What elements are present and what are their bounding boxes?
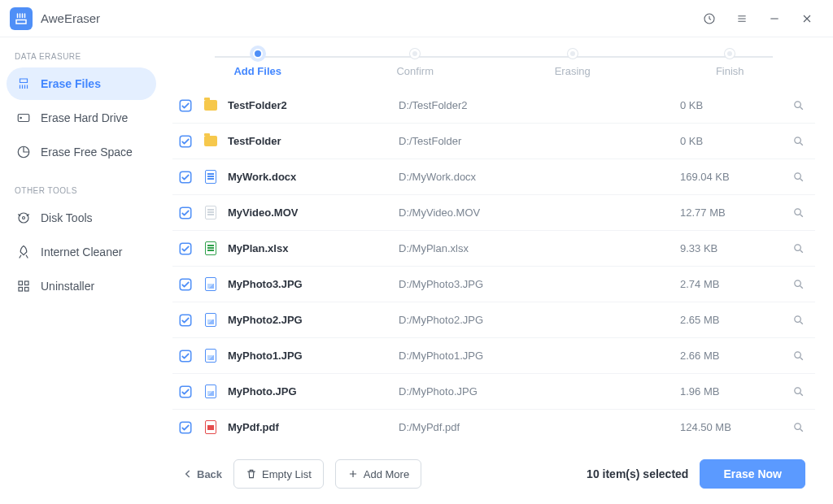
file-path: D:/MyPhoto3.JPG (399, 278, 672, 290)
preview-button[interactable] (786, 171, 810, 183)
svg-point-15 (794, 173, 800, 180)
svg-point-13 (794, 137, 800, 144)
step-finish: Finish (652, 49, 809, 77)
pie-icon (16, 145, 31, 159)
file-row: MyPlan.xlsxD:/MyPlan.xlsx9.33 KB (172, 231, 815, 267)
step-dot-icon (253, 49, 263, 59)
file-size: 1.96 MB (680, 385, 778, 398)
app-logo-icon (10, 7, 33, 30)
svg-point-2 (20, 117, 22, 119)
file-name: MyWork.docx (228, 171, 390, 183)
preview-button[interactable] (786, 421, 810, 433)
file-icon (202, 349, 220, 363)
file-checkbox[interactable] (177, 312, 194, 328)
rocket-icon (16, 245, 31, 259)
footer-bar: Back Empty List Add More 10 item(s) sele… (163, 444, 825, 504)
file-icon (202, 277, 220, 291)
file-checkbox[interactable] (177, 384, 194, 400)
file-row: MyPhoto1.JPGD:/MyPhoto1.JPG2.66 MB (172, 338, 815, 374)
file-row: TestFolder2D:/TestFolder20 KB (172, 88, 815, 124)
preview-button[interactable] (786, 314, 810, 326)
file-checkbox[interactable] (177, 169, 194, 185)
close-button[interactable] (791, 2, 823, 35)
preview-button[interactable] (786, 135, 810, 147)
file-size: 9.33 KB (680, 242, 778, 254)
file-path: D:/MyPhoto1.JPG (399, 350, 672, 362)
step-label: Confirm (396, 65, 434, 77)
svg-rect-1 (18, 115, 29, 122)
file-path: D:/TestFolder2 (399, 99, 672, 111)
file-size: 2.74 MB (680, 278, 778, 290)
svg-point-25 (794, 352, 800, 358)
add-more-button[interactable]: Add More (335, 459, 421, 489)
file-checkbox[interactable] (177, 205, 194, 221)
file-checkbox[interactable] (177, 98, 194, 114)
step-add-files: Add Files (179, 49, 337, 77)
svg-point-4 (19, 213, 28, 223)
minimize-button[interactable] (758, 2, 791, 35)
svg-point-27 (794, 388, 800, 394)
menu-button[interactable] (726, 2, 758, 35)
svg-point-29 (794, 424, 800, 430)
preview-button[interactable] (786, 385, 810, 398)
file-checkbox[interactable] (177, 276, 194, 293)
sidebar-item-label: Internet Cleaner (41, 245, 122, 259)
svg-rect-9 (25, 288, 29, 292)
sidebar-item-disk-tools[interactable]: Disk Tools (7, 202, 156, 234)
file-path: D:/MyPdf.pdf (399, 421, 672, 433)
file-checkbox[interactable] (177, 241, 194, 257)
preview-button[interactable] (786, 278, 810, 290)
erase-now-button[interactable]: Erase Now (700, 459, 805, 489)
empty-list-button[interactable]: Empty List (233, 459, 324, 489)
svg-point-11 (794, 102, 800, 108)
file-name: MyPdf.pdf (228, 421, 390, 433)
step-dot-icon (568, 49, 578, 59)
sidebar-item-label: Disk Tools (41, 211, 93, 224)
empty-list-label: Empty List (262, 468, 312, 480)
file-row: MyWork.docxD:/MyWork.docx169.04 KB (172, 159, 815, 195)
file-name: TestFolder (228, 135, 390, 147)
history-button[interactable] (693, 2, 726, 35)
svg-point-17 (794, 209, 800, 215)
apps-icon (16, 279, 31, 293)
file-row: TestFolderD:/TestFolder0 KB (172, 124, 815, 159)
preview-button[interactable] (786, 242, 810, 254)
file-checkbox[interactable] (177, 348, 194, 364)
file-name: MyPhoto2.JPG (228, 314, 390, 326)
sidebar-item-uninstaller[interactable]: Uninstaller (7, 270, 156, 302)
sidebar-item-label: Erase Hard Drive (41, 111, 128, 124)
file-checkbox[interactable] (177, 419, 194, 436)
sidebar-item-erase-files[interactable]: Erase Files (7, 67, 156, 100)
preview-button[interactable] (786, 350, 810, 362)
sidebar-item-erase-free-space[interactable]: Erase Free Space (7, 136, 156, 168)
file-name: MyPhoto3.JPG (228, 278, 390, 290)
titlebar: AweEraser (0, 0, 833, 37)
svg-point-23 (794, 316, 800, 323)
shredder-icon (16, 76, 31, 91)
file-row: MyVideo.MOVD:/MyVideo.MOV12.77 MB (172, 195, 815, 231)
file-path: D:/MyVideo.MOV (399, 206, 672, 219)
step-dot-icon (725, 49, 735, 59)
file-path: D:/TestFolder (399, 135, 672, 147)
file-path: D:/MyPhoto.JPG (399, 385, 672, 398)
selected-count: 10 item(s) selected (587, 467, 688, 480)
preview-button[interactable] (786, 99, 810, 111)
file-row: MyPhoto.JPGD:/MyPhoto.JPG1.96 MB (172, 374, 815, 410)
sidebar-item-internet-cleaner[interactable]: Internet Cleaner (7, 236, 156, 268)
erase-now-label: Erase Now (723, 467, 782, 480)
back-button[interactable]: Back (182, 468, 222, 480)
sidebar-item-label: Erase Free Space (41, 146, 133, 159)
preview-button[interactable] (786, 206, 810, 219)
sidebar-item-erase-hard-drive[interactable]: Erase Hard Drive (7, 102, 156, 134)
file-icon (202, 241, 220, 255)
sidebar: DATA ERASURE Erase FilesErase Hard Drive… (0, 37, 163, 504)
file-name: MyPhoto.JPG (228, 385, 390, 398)
file-checkbox[interactable] (177, 133, 194, 150)
file-row: MyPhoto2.JPGD:/MyPhoto2.JPG2.65 MB (172, 302, 815, 338)
step-label: Add Files (233, 65, 281, 77)
folder-icon (202, 136, 220, 146)
file-row: MyPhoto3.JPGD:/MyPhoto3.JPG2.74 MB (172, 267, 815, 302)
add-more-label: Add More (364, 468, 409, 480)
file-size: 169.04 KB (680, 171, 778, 183)
back-label: Back (197, 468, 222, 480)
